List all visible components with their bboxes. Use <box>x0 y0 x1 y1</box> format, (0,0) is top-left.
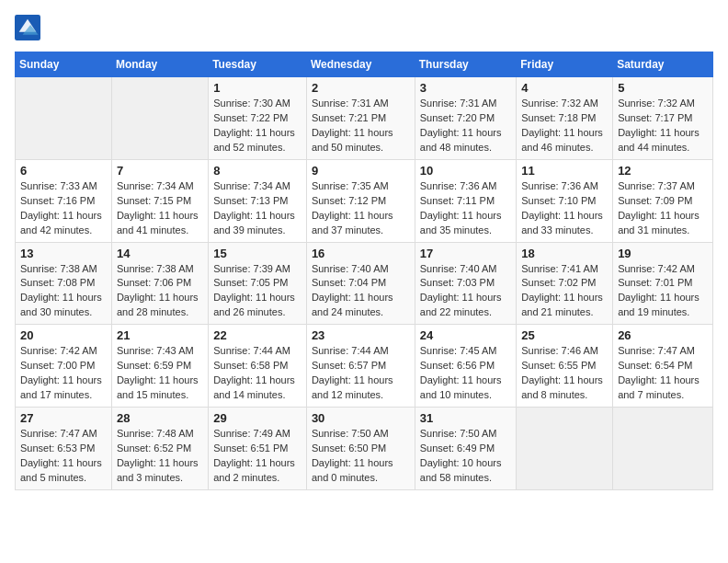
calendar-cell: 30Sunrise: 7:50 AM Sunset: 6:50 PM Dayli… <box>306 408 415 490</box>
day-number: 9 <box>312 164 410 178</box>
day-number: 23 <box>312 328 410 342</box>
calendar-cell <box>111 77 208 160</box>
calendar-cell: 28Sunrise: 7:48 AM Sunset: 6:52 PM Dayli… <box>111 408 208 490</box>
day-info: Sunrise: 7:31 AM Sunset: 7:21 PM Dayligh… <box>312 97 410 155</box>
day-info: Sunrise: 7:30 AM Sunset: 7:22 PM Dayligh… <box>213 97 301 155</box>
day-number: 31 <box>420 411 511 425</box>
day-info: Sunrise: 7:34 AM Sunset: 7:15 PM Dayligh… <box>117 179 203 238</box>
calendar-cell: 10Sunrise: 7:36 AM Sunset: 7:11 PM Dayli… <box>415 159 516 242</box>
day-info: Sunrise: 7:42 AM Sunset: 7:01 PM Dayligh… <box>618 262 708 321</box>
day-number: 30 <box>312 411 410 425</box>
logo <box>15 15 42 40</box>
calendar-cell: 20Sunrise: 7:42 AM Sunset: 7:00 PM Dayli… <box>16 325 112 408</box>
day-info: Sunrise: 7:36 AM Sunset: 7:11 PM Dayligh… <box>420 179 511 238</box>
day-number: 11 <box>521 164 608 178</box>
day-number: 20 <box>20 328 107 342</box>
day-info: Sunrise: 7:43 AM Sunset: 6:59 PM Dayligh… <box>117 344 203 403</box>
day-number: 16 <box>312 247 410 260</box>
day-info: Sunrise: 7:41 AM Sunset: 7:02 PM Dayligh… <box>521 262 608 321</box>
day-info: Sunrise: 7:37 AM Sunset: 7:09 PM Dayligh… <box>618 179 708 238</box>
day-number: 28 <box>117 411 203 425</box>
day-number: 14 <box>117 247 203 260</box>
calendar-cell: 18Sunrise: 7:41 AM Sunset: 7:02 PM Dayli… <box>517 242 613 325</box>
calendar-cell: 22Sunrise: 7:44 AM Sunset: 6:58 PM Dayli… <box>209 325 307 408</box>
day-number: 22 <box>213 328 301 342</box>
calendar-cell: 27Sunrise: 7:47 AM Sunset: 6:53 PM Dayli… <box>16 408 112 490</box>
day-info: Sunrise: 7:40 AM Sunset: 7:04 PM Dayligh… <box>312 262 410 321</box>
day-info: Sunrise: 7:32 AM Sunset: 7:18 PM Dayligh… <box>521 97 608 155</box>
day-info: Sunrise: 7:38 AM Sunset: 7:08 PM Dayligh… <box>20 262 107 321</box>
day-info: Sunrise: 7:50 AM Sunset: 6:49 PM Dayligh… <box>420 427 511 486</box>
day-number: 24 <box>420 328 511 342</box>
calendar-cell: 15Sunrise: 7:39 AM Sunset: 7:05 PM Dayli… <box>209 242 307 325</box>
calendar-cell: 6Sunrise: 7:33 AM Sunset: 7:16 PM Daylig… <box>16 159 112 242</box>
day-info: Sunrise: 7:48 AM Sunset: 6:52 PM Dayligh… <box>117 427 203 486</box>
calendar-cell: 12Sunrise: 7:37 AM Sunset: 7:09 PM Dayli… <box>613 159 713 242</box>
day-header: Sunday <box>16 52 112 77</box>
day-info: Sunrise: 7:45 AM Sunset: 6:56 PM Dayligh… <box>420 344 511 403</box>
day-header: Friday <box>517 52 613 77</box>
day-number: 19 <box>618 247 708 260</box>
calendar-cell: 14Sunrise: 7:38 AM Sunset: 7:06 PM Dayli… <box>111 242 208 325</box>
day-info: Sunrise: 7:47 AM Sunset: 6:53 PM Dayligh… <box>20 427 107 486</box>
day-number: 25 <box>521 328 608 342</box>
calendar-cell: 2Sunrise: 7:31 AM Sunset: 7:21 PM Daylig… <box>306 77 415 160</box>
day-number: 27 <box>20 411 107 425</box>
day-info: Sunrise: 7:31 AM Sunset: 7:20 PM Dayligh… <box>420 97 511 155</box>
calendar-cell: 26Sunrise: 7:47 AM Sunset: 6:54 PM Dayli… <box>613 325 713 408</box>
day-info: Sunrise: 7:47 AM Sunset: 6:54 PM Dayligh… <box>618 344 708 403</box>
day-number: 6 <box>20 164 107 178</box>
day-info: Sunrise: 7:38 AM Sunset: 7:06 PM Dayligh… <box>117 262 203 321</box>
day-number: 21 <box>117 328 203 342</box>
day-number: 7 <box>117 164 203 178</box>
day-info: Sunrise: 7:36 AM Sunset: 7:10 PM Dayligh… <box>521 179 608 238</box>
day-number: 18 <box>521 247 608 260</box>
day-info: Sunrise: 7:50 AM Sunset: 6:50 PM Dayligh… <box>312 427 410 486</box>
calendar-cell: 8Sunrise: 7:34 AM Sunset: 7:13 PM Daylig… <box>209 159 307 242</box>
calendar-cell <box>517 408 613 490</box>
calendar-cell: 5Sunrise: 7:32 AM Sunset: 7:17 PM Daylig… <box>613 77 713 160</box>
calendar-cell: 11Sunrise: 7:36 AM Sunset: 7:10 PM Dayli… <box>517 159 613 242</box>
calendar-cell: 9Sunrise: 7:35 AM Sunset: 7:12 PM Daylig… <box>306 159 415 242</box>
day-info: Sunrise: 7:32 AM Sunset: 7:17 PM Dayligh… <box>618 97 708 155</box>
day-info: Sunrise: 7:46 AM Sunset: 6:55 PM Dayligh… <box>521 344 608 403</box>
day-number: 3 <box>420 81 511 95</box>
day-header: Thursday <box>415 52 516 77</box>
calendar-cell: 24Sunrise: 7:45 AM Sunset: 6:56 PM Dayli… <box>415 325 516 408</box>
day-info: Sunrise: 7:44 AM Sunset: 6:58 PM Dayligh… <box>213 344 301 403</box>
day-info: Sunrise: 7:33 AM Sunset: 7:16 PM Dayligh… <box>20 179 107 238</box>
calendar-cell: 16Sunrise: 7:40 AM Sunset: 7:04 PM Dayli… <box>306 242 415 325</box>
day-number: 15 <box>213 247 301 260</box>
page-header <box>15 15 713 40</box>
day-info: Sunrise: 7:39 AM Sunset: 7:05 PM Dayligh… <box>213 262 301 321</box>
calendar-cell: 31Sunrise: 7:50 AM Sunset: 6:49 PM Dayli… <box>415 408 516 490</box>
day-info: Sunrise: 7:44 AM Sunset: 6:57 PM Dayligh… <box>312 344 410 403</box>
day-number: 5 <box>618 81 708 95</box>
day-header: Tuesday <box>209 52 307 77</box>
day-number: 1 <box>213 81 301 95</box>
calendar-cell <box>16 77 112 160</box>
day-number: 8 <box>213 164 301 178</box>
calendar-cell <box>613 408 713 490</box>
day-info: Sunrise: 7:49 AM Sunset: 6:51 PM Dayligh… <box>213 427 301 486</box>
day-number: 10 <box>420 164 511 178</box>
calendar-cell: 23Sunrise: 7:44 AM Sunset: 6:57 PM Dayli… <box>306 325 415 408</box>
calendar-cell: 25Sunrise: 7:46 AM Sunset: 6:55 PM Dayli… <box>517 325 613 408</box>
calendar-cell: 3Sunrise: 7:31 AM Sunset: 7:20 PM Daylig… <box>415 77 516 160</box>
calendar-cell: 17Sunrise: 7:40 AM Sunset: 7:03 PM Dayli… <box>415 242 516 325</box>
day-info: Sunrise: 7:42 AM Sunset: 7:00 PM Dayligh… <box>20 344 107 403</box>
day-header: Wednesday <box>306 52 415 77</box>
day-number: 2 <box>312 81 410 95</box>
day-info: Sunrise: 7:40 AM Sunset: 7:03 PM Dayligh… <box>420 262 511 321</box>
day-info: Sunrise: 7:34 AM Sunset: 7:13 PM Dayligh… <box>213 179 301 238</box>
calendar-cell: 4Sunrise: 7:32 AM Sunset: 7:18 PM Daylig… <box>517 77 613 160</box>
calendar-cell: 29Sunrise: 7:49 AM Sunset: 6:51 PM Dayli… <box>209 408 307 490</box>
day-header: Saturday <box>613 52 713 77</box>
calendar-cell: 1Sunrise: 7:30 AM Sunset: 7:22 PM Daylig… <box>209 77 307 160</box>
day-number: 26 <box>618 328 708 342</box>
day-number: 12 <box>618 164 708 178</box>
day-number: 13 <box>20 247 107 260</box>
calendar-table: SundayMondayTuesdayWednesdayThursdayFrid… <box>15 52 713 490</box>
day-number: 29 <box>213 411 301 425</box>
logo-icon <box>15 15 40 40</box>
